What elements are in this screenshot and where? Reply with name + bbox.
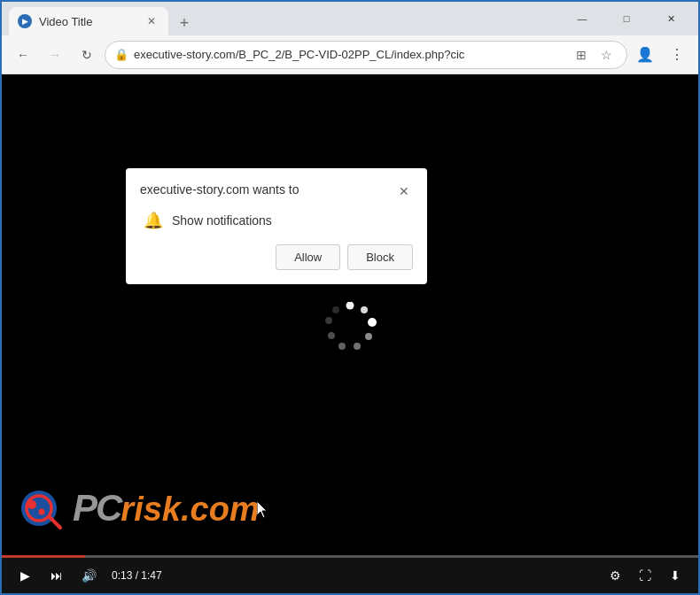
vc-right-controls: ⚙ ⛶ ⬇ [603, 563, 688, 588]
bell-icon: 🔔 [144, 211, 163, 230]
svg-point-3 [365, 333, 372, 340]
popup-close-button[interactable]: ✕ [395, 182, 413, 200]
address-bar[interactable]: 🔒 executive-story.com/B_PC_2/B_PC-VID-02… [105, 41, 627, 69]
menu-button[interactable]: ⋮ [663, 41, 691, 69]
tab-title: Video Title [39, 15, 136, 28]
settings-button[interactable]: ⚙ [603, 563, 627, 588]
svg-point-4 [354, 343, 361, 350]
active-tab[interactable]: ▶ Video Title ✕ [9, 7, 168, 35]
nav-bar: ← → ↻ 🔒 executive-story.com/B_PC_2/B_PC-… [2, 35, 698, 74]
risk-text: risk.com [121, 491, 259, 528]
popup-permission-row: 🔔 Show notifications [140, 211, 413, 230]
svg-line-12 [50, 517, 60, 528]
svg-point-1 [361, 306, 368, 313]
viewport: PCrisk.com ▶ ⏭ 🔊 0:13 / 1:47 ⚙ ⛶ ⬇ execu… [2, 74, 698, 593]
close-button[interactable]: ✕ [650, 4, 691, 33]
svg-point-8 [332, 306, 339, 313]
maximize-button[interactable]: □ [606, 4, 647, 33]
fullscreen-button[interactable]: ⛶ [633, 563, 657, 588]
tab-bar: ▶ Video Title ✕ + [9, 2, 556, 35]
popup-header: executive-story.com wants to ✕ [140, 182, 413, 200]
tab-close-button[interactable]: ✕ [144, 13, 159, 29]
svg-point-7 [325, 317, 332, 324]
extensions-button[interactable]: ⊞ [570, 43, 593, 66]
download-button[interactable]: ⬇ [663, 563, 688, 588]
pcrisk-icon [19, 485, 66, 531]
pc-text: PC [73, 487, 121, 529]
address-actions: ⊞ ☆ [570, 43, 618, 66]
permission-popup: executive-story.com wants to ✕ 🔔 Show no… [126, 168, 427, 284]
back-button[interactable]: ← [9, 41, 37, 69]
minimize-button[interactable]: — [562, 4, 603, 33]
forward-button[interactable]: → [41, 41, 69, 69]
reload-button[interactable]: ↻ [73, 41, 101, 69]
browser-window: ▶ Video Title ✕ + — □ ✕ ← → ↻ 🔒 executiv… [0, 0, 700, 595]
url-text: executive-story.com/B_PC_2/B_PC-VID-02PP… [134, 48, 564, 61]
block-button[interactable]: Block [347, 244, 413, 270]
watermark: PCrisk.com [19, 485, 260, 531]
svg-point-6 [328, 332, 335, 339]
title-bar: ▶ Video Title ✕ + — □ ✕ [2, 2, 698, 35]
svg-point-11 [39, 509, 45, 515]
skip-button[interactable]: ⏭ [44, 563, 69, 588]
loading-spinner [323, 302, 377, 355]
lock-icon: 🔒 [114, 48, 128, 61]
permission-text: Show notifications [172, 213, 272, 228]
window-controls: — □ ✕ [562, 4, 691, 33]
volume-button[interactable]: 🔊 [76, 563, 101, 588]
svg-point-0 [346, 302, 354, 310]
play-button[interactable]: ▶ [12, 563, 37, 588]
tab-favicon: ▶ [18, 14, 32, 28]
popup-title: executive-story.com wants to [140, 182, 299, 197]
bookmark-button[interactable]: ☆ [595, 43, 618, 66]
video-controls: ▶ ⏭ 🔊 0:13 / 1:47 ⚙ ⛶ ⬇ [2, 558, 698, 593]
allow-button[interactable]: Allow [276, 244, 340, 270]
time-display: 0:13 / 1:47 [112, 569, 162, 582]
svg-point-2 [368, 318, 377, 327]
new-tab-button[interactable]: + [172, 11, 197, 35]
profile-button[interactable]: 👤 [631, 41, 659, 69]
popup-actions: Allow Block [140, 244, 413, 270]
svg-point-5 [338, 343, 346, 350]
pcrisk-text: PCrisk.com [73, 487, 260, 529]
